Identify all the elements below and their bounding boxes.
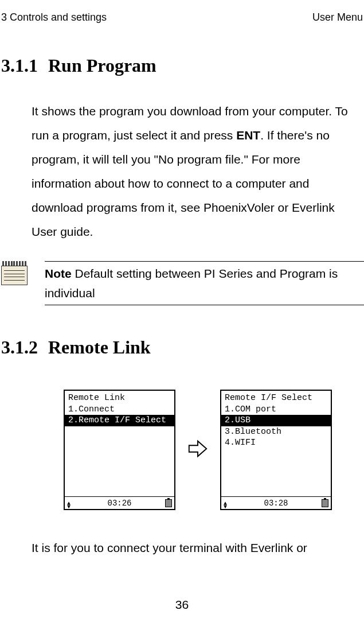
screen-row: 1.COM port: [221, 404, 331, 415]
section-heading-run-program: 3.1.1Run Program: [0, 55, 364, 76]
section-title: Remote Link: [48, 337, 151, 357]
screen-row: 4.WIFI: [221, 437, 331, 449]
section-body-remote-link: It is for you to connect your terminal w…: [0, 536, 364, 560]
status-bar: ▲▼ 03:26: [65, 496, 174, 509]
screens-row: Remote Link 1.Connect 2.Remote I/F Selec…: [0, 390, 364, 510]
battery-icon: [165, 499, 172, 507]
note-block: Note Default setting between PI Series a…: [0, 261, 364, 305]
screen-row-selected: 2.Remote I/F Select: [65, 415, 174, 426]
section-body-run-program: It shows the program you download from y…: [0, 99, 364, 244]
screen-title: Remote I/F Select: [221, 392, 331, 404]
note-text: Note Default setting between PI Series a…: [45, 261, 364, 305]
status-bar: ▲▼ 03:28: [221, 496, 331, 509]
screen-time: 03:28: [264, 498, 288, 508]
screen-time: 03:26: [107, 498, 131, 508]
section-heading-remote-link: 3.1.2Remote Link: [0, 337, 364, 358]
arrow-right-icon: [187, 438, 209, 462]
section-title: Run Program: [48, 55, 156, 76]
header-left: 3 Controls and settings: [1, 11, 107, 24]
header-right: User Menu: [312, 11, 363, 24]
screen-row: 1.Connect: [65, 404, 174, 415]
battery-icon: [322, 499, 328, 507]
screen-title: Remote Link: [65, 392, 174, 404]
screen-row-selected: 2.USB: [221, 415, 331, 426]
updown-icon: ▲▼: [224, 497, 227, 509]
updown-icon: ▲▼: [67, 497, 71, 509]
note-label: Note: [45, 267, 72, 280]
section-number: 3.1.1: [1, 55, 38, 76]
section-number: 3.1.2: [1, 337, 38, 357]
screen-remote-link: Remote Link 1.Connect 2.Remote I/F Selec…: [64, 390, 175, 510]
page-number: 36: [0, 598, 364, 612]
notepad-icon: [1, 261, 28, 285]
screen-row: 3.Bluetooth: [221, 426, 331, 438]
screen-remote-if-select: Remote I/F Select 1.COM port 2.USB 3.Blu…: [220, 390, 332, 510]
